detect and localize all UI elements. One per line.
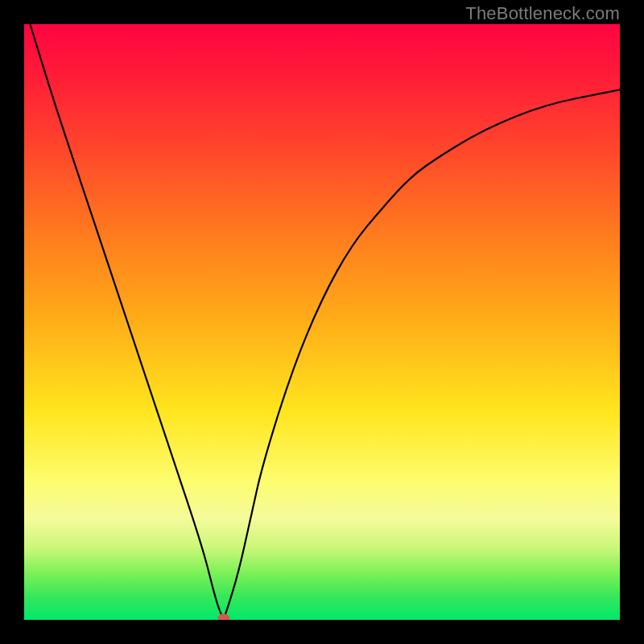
plot-area [24,24,620,620]
curve-minimum-marker [218,614,229,620]
curve-overlay [24,24,620,620]
watermark-text: TheBottleneck.com [465,3,620,24]
chart-frame: TheBottleneck.com [0,0,644,644]
bottleneck-curve [30,24,620,617]
